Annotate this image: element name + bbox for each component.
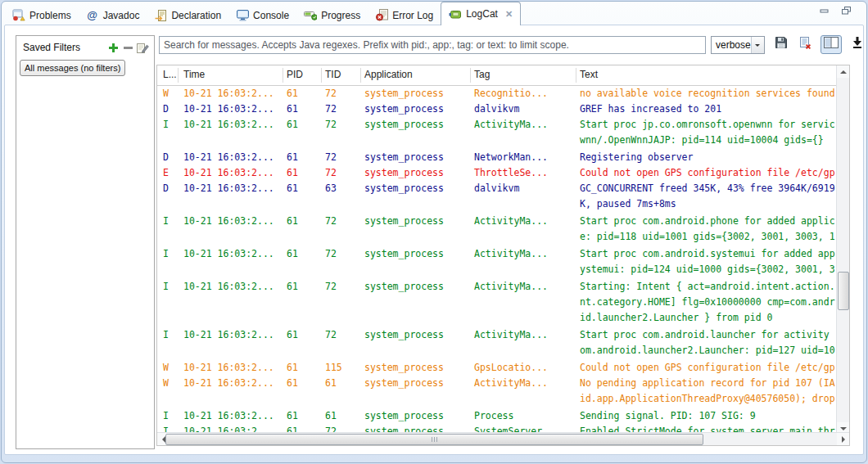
cell-text: id.app.ApplicationThreadProxy@40576050);… <box>580 391 835 407</box>
cell-level: I <box>163 408 169 424</box>
log-table-body: W10-21 16:03:2...6172system_processRecog… <box>157 86 839 435</box>
column-header[interactable]: Tag <box>474 69 490 80</box>
column-separator[interactable] <box>321 68 322 83</box>
cell-pid: 61 <box>287 150 298 165</box>
log-row[interactable]: W10-21 16:03:2...61115system_processGpsL… <box>157 360 839 376</box>
cell-tag: ThrottleSe... <box>474 165 548 181</box>
cell-time: 10-21 16:03:2... <box>183 279 274 295</box>
horizontal-scrollbar[interactable] <box>157 432 849 445</box>
cell-text: GREF has increased to 201 <box>580 101 721 117</box>
log-row[interactable]: D10-21 16:03:2...6163system_processdalvi… <box>157 181 839 212</box>
cell-tid: 72 <box>325 246 337 262</box>
add-filter-button[interactable] <box>106 41 120 54</box>
cell-tid: 63 <box>325 181 337 196</box>
saved-filters-title: Saved Filters <box>23 42 106 53</box>
vertical-scrollbar[interactable] <box>836 65 849 435</box>
cell-tag: ActivityMa... <box>474 117 548 133</box>
scroll-up-arrow[interactable] <box>837 65 849 78</box>
log-row[interactable]: D10-21 16:03:2...6172system_processdalvi… <box>157 101 839 117</box>
tab-progress[interactable]: Progress <box>296 5 368 25</box>
tab-bar: Problems@JavadocDeclarationConsoleProgre… <box>5 2 521 25</box>
cell-app: system_process <box>364 279 444 295</box>
cell-tag: ActivityMa... <box>474 279 548 295</box>
cell-pid: 61 <box>287 117 298 133</box>
column-separator[interactable] <box>360 68 361 83</box>
delete-filter-button[interactable] <box>120 41 135 54</box>
cell-level: I <box>163 117 169 133</box>
scroll-right-arrow[interactable] <box>837 433 849 445</box>
clear-log-button[interactable] <box>797 36 813 52</box>
cell-app: system_process <box>364 246 444 262</box>
cell-level: I <box>163 279 169 295</box>
cell-app: system_process <box>364 214 444 229</box>
close-icon[interactable]: ✕ <box>505 9 513 20</box>
tab-logcat[interactable]: LogCat✕ <box>441 2 521 25</box>
cell-level: W <box>163 376 169 391</box>
edit-filter-button[interactable] <box>135 41 150 54</box>
column-separator[interactable] <box>470 68 471 83</box>
column-separator[interactable] <box>283 68 283 83</box>
log-row[interactable]: I10-21 16:03:2...6172system_processActiv… <box>157 327 839 358</box>
cell-tid: 61 <box>325 376 337 391</box>
tab-problems[interactable]: Problems <box>5 5 79 25</box>
tab-label: Console <box>253 10 289 21</box>
log-row[interactable]: E10-21 16:03:2...6172system_processThrot… <box>157 165 839 181</box>
saved-filters-list: All messages (no filters) <box>16 57 154 76</box>
column-header[interactable]: L... <box>163 69 177 80</box>
cell-text: wnn/.OpenWnnJAJP: pid=114 uid=10004 gids… <box>580 133 824 148</box>
minimize-icon[interactable] <box>820 7 830 15</box>
cell-time: 10-21 16:03:2... <box>183 360 274 376</box>
vertical-scroll-thumb[interactable] <box>838 272 849 310</box>
cell-app: system_process <box>364 376 444 391</box>
log-row[interactable]: I10-21 16:03:2...6172system_processActiv… <box>157 279 839 326</box>
cell-tag: ActivityMa... <box>474 214 548 229</box>
saved-filters-header: Saved Filters <box>16 36 154 57</box>
cell-text: nt.category.HOME] flg=0x10000000 cmp=com… <box>580 295 835 310</box>
cell-pid: 61 <box>287 376 298 391</box>
cell-tag: NetworkMan... <box>474 150 548 165</box>
cell-text: Could not open GPS configuration file /e… <box>580 360 835 376</box>
cell-text: Start proc jp.co.omronsoft.openwnn for s… <box>580 117 835 133</box>
cell-time: 10-21 16:03:2... <box>183 181 274 196</box>
cell-text: no available voice recognition services … <box>580 86 835 101</box>
column-header[interactable]: TID <box>325 69 341 80</box>
cell-time: 10-21 16:03:2... <box>183 150 274 165</box>
search-input[interactable] <box>159 36 706 54</box>
column-separator[interactable] <box>576 68 576 83</box>
thumb-grip <box>432 437 439 442</box>
log-row[interactable]: W10-21 16:03:2...6161system_processActiv… <box>157 376 839 407</box>
log-row[interactable]: W10-21 16:03:2...6172system_processRecog… <box>157 86 839 101</box>
tab-javadoc[interactable]: @Javadoc <box>79 5 147 25</box>
cell-pid: 61 <box>287 214 298 229</box>
scroll-to-end-button[interactable] <box>849 36 866 52</box>
dropdown-arrow-button[interactable] <box>751 37 764 53</box>
cell-pid: 61 <box>287 327 298 343</box>
log-table: L...TimePIDTIDApplicationTagText W10-21 … <box>156 65 850 446</box>
cell-app: system_process <box>364 165 444 181</box>
log-row[interactable]: I10-21 16:03:2...6172system_processActiv… <box>157 246 839 277</box>
cell-pid: 61 <box>287 165 298 181</box>
horizontal-scroll-thumb[interactable] <box>165 434 703 445</box>
column-header[interactable]: Application <box>364 69 413 80</box>
tab-error-log[interactable]: Error Log <box>368 5 441 25</box>
restore-icon[interactable] <box>841 6 852 16</box>
save-log-button[interactable] <box>773 36 789 52</box>
column-separator[interactable] <box>178 68 179 83</box>
column-header[interactable]: Time <box>183 69 205 80</box>
tab-label: Declaration <box>171 10 221 21</box>
filter-item[interactable]: All messages (no filters) <box>20 60 125 76</box>
tab-console[interactable]: Console <box>228 5 296 25</box>
display-filters-toggle[interactable] <box>821 35 842 54</box>
log-level-dropdown[interactable]: verbose <box>711 36 765 54</box>
log-row[interactable]: I10-21 16:03:2...6161system_processProce… <box>157 408 839 424</box>
cell-level: W <box>163 360 169 376</box>
tab-declaration[interactable]: Declaration <box>147 5 228 25</box>
log-row[interactable]: I10-21 16:03:2...6172system_processActiv… <box>157 117 839 148</box>
cell-tid: 72 <box>325 214 337 229</box>
column-header[interactable]: PID <box>287 69 303 80</box>
column-header[interactable]: Text <box>580 69 598 80</box>
clear-log-icon <box>798 36 811 52</box>
log-row[interactable]: D10-21 16:03:2...6172system_processNetwo… <box>157 150 839 165</box>
log-row[interactable]: I10-21 16:03:2...6172system_processActiv… <box>157 214 839 245</box>
log-level-value: verbose <box>712 39 751 51</box>
